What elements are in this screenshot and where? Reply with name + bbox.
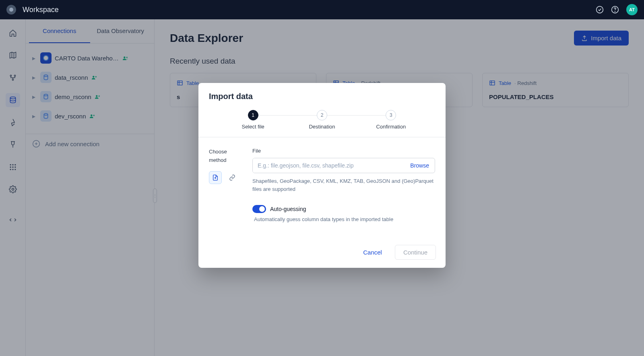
modal-title: Import data: [209, 92, 435, 101]
step-destination: 2 Destination: [287, 110, 356, 130]
svg-point-2: [615, 11, 615, 12]
auto-guessing-label: Auto-guessing: [270, 206, 306, 212]
stepper: 1 Select file 2 Destination 3 Confirmati…: [198, 108, 446, 137]
brand-logo[interactable]: [6, 5, 16, 14]
file-label: File: [252, 148, 435, 154]
link-icon: [229, 174, 235, 181]
step-label: Select file: [242, 124, 264, 130]
method-url-button[interactable]: [226, 171, 239, 184]
method-file-button[interactable]: [209, 171, 222, 184]
choose-method-label: Choose method: [209, 148, 241, 165]
step-number: 2: [317, 110, 327, 120]
continue-button[interactable]: Continue: [395, 245, 436, 260]
file-format-hint: Shapefiles, GeoPackage, CSV, KML, KMZ, T…: [252, 177, 435, 193]
avatar[interactable]: AT: [626, 4, 638, 15]
step-label: Confirmation: [376, 124, 406, 130]
step-label: Destination: [309, 124, 335, 130]
browse-button[interactable]: Browse: [410, 162, 429, 169]
topbar: Workspace AT: [0, 0, 644, 19]
svg-point-0: [597, 6, 603, 13]
import-data-modal: Import data 1 Select file 2 Destination …: [198, 83, 446, 268]
workspace-title: Workspace: [23, 6, 59, 14]
step-number: 1: [248, 110, 258, 120]
help-icon[interactable]: [611, 6, 619, 14]
step-confirmation: 3 Confirmation: [357, 110, 425, 130]
step-select-file: 1 Select file: [219, 110, 287, 130]
auto-guessing-hint: Automatically guess column data types in…: [254, 216, 435, 222]
file-path-input[interactable]: [253, 158, 410, 173]
cancel-button[interactable]: Cancel: [358, 246, 387, 259]
auto-guessing-toggle[interactable]: [252, 205, 266, 213]
file-upload-icon: [212, 174, 219, 181]
step-number: 3: [386, 110, 396, 120]
check-circle-icon[interactable]: [596, 6, 604, 14]
